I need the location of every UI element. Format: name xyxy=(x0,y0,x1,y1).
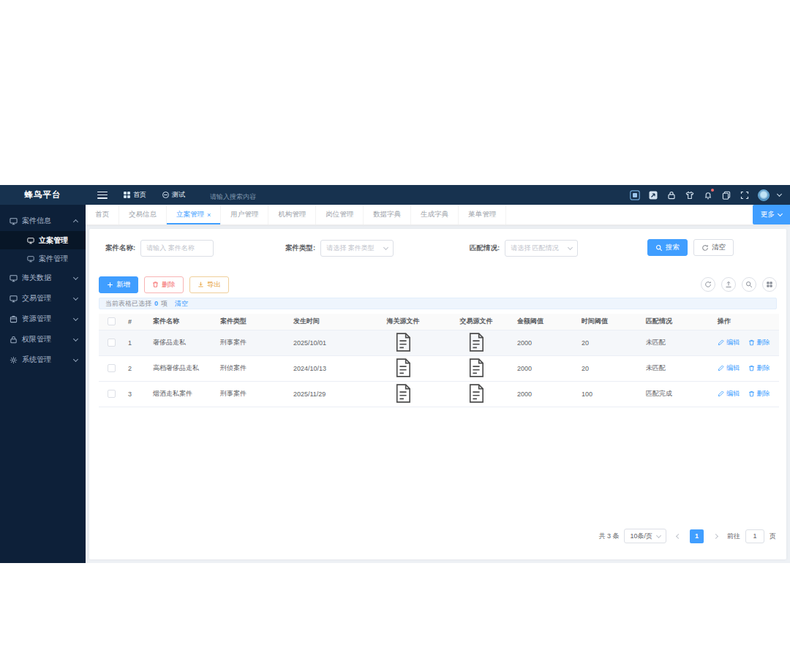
topnav-home-label: 首页 xyxy=(133,190,146,200)
trash-icon xyxy=(748,339,755,346)
delete-link[interactable]: 删除 xyxy=(748,389,770,399)
sidebar-group-system-management[interactable]: 系统管理 xyxy=(0,350,86,370)
goto-label: 前往 xyxy=(727,532,740,541)
topnav-test[interactable]: 测试 xyxy=(162,190,185,200)
tab-user-management[interactable]: 用户管理 xyxy=(221,205,268,224)
col-trade-file: 交易源文件 xyxy=(440,314,513,330)
monitor-icon[interactable] xyxy=(630,190,640,200)
lock-icon[interactable] xyxy=(666,190,677,200)
page-number-active[interactable]: 1 xyxy=(690,529,704,543)
tab-post-management[interactable]: 岗位管理 xyxy=(316,205,364,224)
monitor-icon xyxy=(10,217,18,225)
table-row: 2 高档奢侈品走私 刑侦案件 2024/10/13 2000 20 未匹配 xyxy=(99,355,779,381)
goto-page-input[interactable] xyxy=(745,529,764,543)
prev-page-button[interactable] xyxy=(672,529,685,543)
pagination: 共 3 条 10条/页 1 前往 页 xyxy=(598,529,776,543)
selection-clear-link[interactable]: 清空 xyxy=(175,299,188,309)
col-date: 发生时间 xyxy=(289,314,366,330)
table-row: 3 烟酒走私案件 刑事案件 2025/11/29 2000 100 匹配完成 xyxy=(99,381,779,407)
dashboard-icon xyxy=(162,192,169,198)
chevron-down-icon xyxy=(383,244,388,249)
selection-bar: 当前表格已选择 0 项 清空 xyxy=(99,298,777,309)
search-button[interactable]: 搜索 xyxy=(647,239,688,256)
edit-link[interactable]: 编辑 xyxy=(718,338,740,347)
tab-trade-info[interactable]: 交易信息 xyxy=(119,205,167,224)
export-button[interactable]: 导出 xyxy=(189,276,229,293)
tab-gen-dict[interactable]: 生成字典 xyxy=(411,205,459,224)
refresh-icon[interactable] xyxy=(701,277,715,292)
edit-link[interactable]: 编辑 xyxy=(718,363,740,373)
row-checkbox[interactable] xyxy=(108,390,116,398)
edit-link[interactable]: 编辑 xyxy=(718,389,740,399)
notification-badge xyxy=(711,189,714,192)
sidebar: 案件信息 立案管理 案件管理 海关数据 xyxy=(0,205,86,563)
chevron-down-icon xyxy=(778,211,783,216)
search-toggle-icon[interactable] xyxy=(742,277,756,292)
delete-link[interactable]: 删除 xyxy=(748,338,770,347)
topbar: 蜂鸟平台 首页 测试 xyxy=(0,185,790,205)
reset-icon xyxy=(701,244,709,252)
clear-button[interactable]: 清空 xyxy=(693,239,734,256)
tab-data-dict[interactable]: 数据字典 xyxy=(364,205,411,224)
tab-org-management[interactable]: 机构管理 xyxy=(268,205,316,224)
close-icon[interactable]: × xyxy=(207,211,211,219)
grid-icon xyxy=(124,192,130,198)
row-checkbox[interactable] xyxy=(108,364,116,372)
sidebar-group-resource-management[interactable]: 资源管理 xyxy=(0,309,86,329)
menu-toggle-icon[interactable] xyxy=(97,192,108,199)
topnav-home[interactable]: 首页 xyxy=(124,190,146,200)
monitor-icon xyxy=(10,295,18,303)
row-checkbox[interactable] xyxy=(108,339,116,347)
filter-case-name: 案件名称: xyxy=(105,239,214,257)
sidebar-group-permission-management[interactable]: 权限管理 xyxy=(0,329,86,350)
col-amount-threshold: 金额阈值 xyxy=(513,314,577,330)
tab-filing-management[interactable]: 立案管理 × xyxy=(167,205,221,224)
document-icon[interactable] xyxy=(395,346,411,353)
select-all-checkbox[interactable] xyxy=(108,317,116,325)
box-icon xyxy=(10,315,18,323)
app-logo: 蜂鸟平台 xyxy=(0,189,86,200)
sidebar-group-customs-data[interactable]: 海关数据 xyxy=(0,268,86,288)
column-settings-icon[interactable] xyxy=(762,277,777,292)
main-area: 首页 交易信息 立案管理 × 用户管理 机构管理 岗位管理 数据字典 生成字典 … xyxy=(86,205,790,563)
document-icon[interactable] xyxy=(468,346,484,353)
chevron-down-icon xyxy=(73,315,78,320)
sidebar-group-trade-management[interactable]: 交易管理 xyxy=(0,288,86,309)
next-page-button[interactable] xyxy=(709,529,722,543)
sidebar-item-case-management[interactable]: 案件管理 xyxy=(0,249,86,268)
global-search-input[interactable] xyxy=(210,193,298,200)
page-size-select[interactable]: 10条/页 xyxy=(624,529,666,543)
tabs-more-button[interactable]: 更多 xyxy=(753,205,790,224)
export-icon[interactable] xyxy=(721,277,736,292)
sidebar-item-filing-management[interactable]: 立案管理 xyxy=(0,231,86,249)
case-name-input[interactable] xyxy=(140,240,214,257)
match-status-select[interactable]: 请选择 匹配情况 xyxy=(505,240,578,257)
document-icon[interactable] xyxy=(468,371,484,379)
document-icon[interactable] xyxy=(395,397,411,404)
delete-button[interactable]: 删除 xyxy=(144,276,184,293)
delete-link[interactable]: 删除 xyxy=(748,363,770,373)
theme-icon[interactable] xyxy=(685,190,695,200)
chevron-down-icon[interactable] xyxy=(777,192,782,197)
chevron-down-icon xyxy=(73,295,78,300)
case-type-select[interactable]: 请选择 案件类型 xyxy=(320,240,394,257)
edit-icon xyxy=(718,390,724,397)
avatar[interactable] xyxy=(758,189,770,201)
col-index: # xyxy=(124,314,148,330)
add-button[interactable]: 新增 xyxy=(99,276,138,293)
notification-bell-icon[interactable] xyxy=(703,190,713,200)
monitor-icon xyxy=(27,255,34,263)
tab-menu-management[interactable]: 菜单管理 xyxy=(459,205,506,224)
screenshot-icon[interactable] xyxy=(648,190,658,200)
trash-icon xyxy=(748,390,755,397)
sidebar-group-case-info[interactable]: 案件信息 xyxy=(0,211,86,231)
lock-icon xyxy=(10,336,18,344)
tab-home[interactable]: 首页 xyxy=(86,205,119,224)
content-card: 案件名称: 案件类型: 请选择 案件类型 匹配情况: xyxy=(89,229,786,559)
table-row: 1 奢侈品走私 刑事案件 2025/10/01 2000 20 未匹配 xyxy=(99,330,779,355)
chevron-down-icon xyxy=(73,274,78,279)
document-icon[interactable] xyxy=(395,371,411,379)
document-icon[interactable] xyxy=(468,397,484,404)
fullscreen-icon[interactable] xyxy=(740,190,750,200)
documents-icon[interactable] xyxy=(721,190,731,200)
